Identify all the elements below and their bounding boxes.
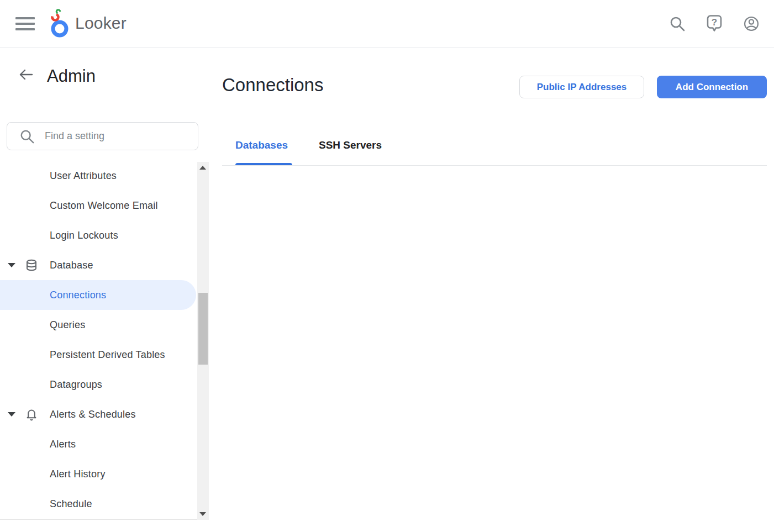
add-connection-button[interactable]: Add Connection bbox=[657, 76, 767, 98]
account-icon[interactable] bbox=[743, 14, 760, 33]
back-arrow-icon[interactable] bbox=[18, 69, 34, 81]
sidebar-scrollbar[interactable] bbox=[197, 162, 209, 520]
sidebar-group-database[interactable]: Database bbox=[0, 250, 197, 280]
sidebar-item-label: User Attributes bbox=[50, 170, 117, 182]
settings-nav: User Attributes Custom Welcome Email Log… bbox=[0, 161, 197, 519]
looker-logo-text: Looker bbox=[75, 14, 127, 33]
sidebar-item-custom-welcome-email[interactable]: Custom Welcome Email bbox=[0, 191, 197, 220]
sidebar-item-login-lockouts[interactable]: Login Lockouts bbox=[0, 220, 197, 250]
tab-ssh-servers[interactable]: SSH Servers bbox=[319, 139, 382, 151]
sidebar-item-label: Datagroups bbox=[50, 379, 102, 391]
sidebar-item-label: Alert History bbox=[50, 468, 106, 480]
bell-icon bbox=[25, 408, 38, 421]
tab-divider bbox=[222, 165, 767, 166]
scroll-up-icon[interactable] bbox=[199, 166, 206, 170]
sidebar-item-alert-history[interactable]: Alert History bbox=[0, 459, 197, 489]
sidebar-item-label: Persistent Derived Tables bbox=[50, 349, 165, 361]
sidebar-group-label: Database bbox=[50, 260, 93, 271]
search-icon[interactable] bbox=[669, 14, 686, 33]
sidebar-item-label: Schedule bbox=[50, 498, 92, 510]
scroll-down-icon[interactable] bbox=[199, 512, 206, 516]
sidebar-title: Admin bbox=[47, 64, 96, 88]
public-ip-addresses-button[interactable]: Public IP Addresses bbox=[519, 76, 644, 98]
caret-down-icon[interactable] bbox=[8, 263, 15, 267]
sidebar-item-label: Connections bbox=[50, 289, 106, 301]
sidebar-group-alerts-schedules[interactable]: Alerts & Schedules bbox=[0, 399, 197, 429]
find-setting-search-box[interactable] bbox=[7, 122, 198, 150]
admin-sidebar: Admin User Attributes Custom Welcome Ema… bbox=[0, 48, 209, 520]
sidebar-item-label: Login Lockouts bbox=[50, 230, 118, 241]
sidebar-item-datagroups[interactable]: Datagroups bbox=[0, 370, 197, 399]
scrollbar-thumb[interactable] bbox=[198, 293, 208, 365]
sidebar-item-label: Alerts bbox=[50, 439, 76, 450]
looker-logo-icon bbox=[48, 8, 72, 39]
tab-databases[interactable]: Databases bbox=[235, 139, 288, 151]
sidebar-group-label: Alerts & Schedules bbox=[50, 409, 136, 420]
sidebar-item-connections[interactable]: Connections bbox=[0, 280, 196, 310]
sidebar-item-label: Custom Welcome Email bbox=[50, 200, 158, 212]
sidebar-item-alerts[interactable]: Alerts bbox=[0, 429, 197, 459]
search-icon bbox=[19, 129, 35, 144]
svg-text:?: ? bbox=[712, 17, 717, 28]
top-app-bar: Looker ? bbox=[0, 0, 774, 48]
sidebar-item-schedule[interactable]: Schedule bbox=[0, 489, 197, 519]
looker-logo[interactable]: Looker bbox=[48, 8, 127, 39]
find-setting-input[interactable] bbox=[45, 123, 192, 150]
caret-down-icon[interactable] bbox=[8, 412, 15, 417]
sidebar-item-queries[interactable]: Queries bbox=[0, 310, 197, 340]
help-icon[interactable]: ? bbox=[706, 14, 723, 33]
database-icon bbox=[25, 259, 38, 272]
sidebar-item-user-attributes[interactable]: User Attributes bbox=[0, 161, 197, 191]
hamburger-menu-icon[interactable] bbox=[15, 17, 35, 30]
page-title: Connections bbox=[222, 75, 323, 96]
sidebar-item-persistent-derived-tables[interactable]: Persistent Derived Tables bbox=[0, 340, 197, 370]
sidebar-item-label: Queries bbox=[50, 319, 85, 331]
